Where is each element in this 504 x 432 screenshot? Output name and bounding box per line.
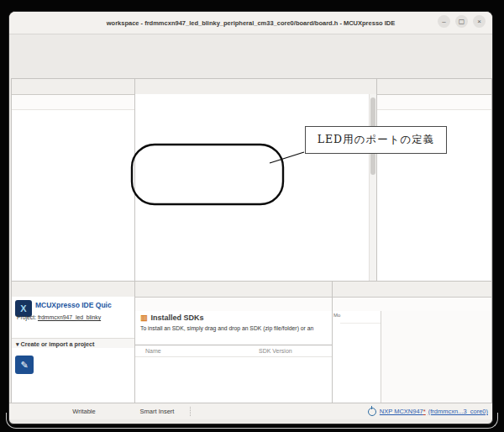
- monitors-label: Mo: [333, 313, 339, 318]
- window-controls: – ▢ ×: [438, 15, 486, 28]
- section-create-import[interactable]: ▾ Create or import a project: [12, 338, 134, 348]
- quickstart-tabs: [12, 282, 134, 298]
- installed-sdks-tabs: [135, 282, 332, 298]
- memory-body: Mo: [333, 311, 491, 403]
- toolbar-row1: [9, 48, 492, 63]
- window-title: workspace - frdmmcxn947_led_blinky_perip…: [107, 19, 395, 27]
- mcuxpresso-window: workspace - frdmmcxn947_led_blinky_perip…: [8, 11, 493, 424]
- editor-tabs: [135, 79, 376, 95]
- status-writable: Writable: [60, 408, 108, 415]
- titlebar[interactable]: workspace - frdmmcxn947_led_blinky_perip…: [9, 12, 492, 34]
- sdk-package-icon: ▥: [140, 313, 148, 322]
- monitors-toolbar: [340, 311, 381, 324]
- installed-sdks-body: ▥ Installed SDKs To install an SDK, simp…: [135, 311, 332, 403]
- outline-tabs: [377, 79, 491, 95]
- quickstart-title: MCUXpresso IDE Quic: [35, 301, 112, 309]
- project-explorer-panel: [11, 78, 135, 282]
- statusbar: Writable Smart Insert NXP MCXN947* (frdm…: [9, 403, 492, 419]
- installed-sdks-panel: ▥ Installed SDKs To install an SDK, simp…: [134, 281, 333, 404]
- screenshot: workspace - frdmmcxn947_led_blinky_perip…: [0, 0, 504, 432]
- installed-sdks-heading: ▥ Installed SDKs: [140, 313, 204, 322]
- sdk-table-header: Name SDK Version: [135, 345, 332, 357]
- close-button[interactable]: ×: [473, 15, 486, 28]
- power-icon: [368, 408, 376, 416]
- target-core-link[interactable]: (frdmmcxn...3_core0): [428, 408, 488, 415]
- annotation-text: LED用のポートの定義: [318, 133, 435, 147]
- code-editor[interactable]: [135, 94, 370, 281]
- editor-scrollbar[interactable]: [369, 94, 376, 281]
- project-name-link[interactable]: frdmmcxn947_led_blinky: [38, 314, 101, 320]
- project-label: Project:: [17, 314, 36, 320]
- status-target[interactable]: NXP MCXN947* (frdmmcxn...3_core0): [368, 408, 492, 416]
- project-tree: [12, 109, 134, 281]
- memory-panel: Mo: [332, 281, 492, 404]
- monitors-pane: Mo: [333, 311, 381, 403]
- target-link[interactable]: NXP MCXN947: [380, 408, 423, 415]
- project-explorer-tabs: [12, 79, 134, 95]
- quickstart-body: X MCUXpresso IDE Quic Project: frdmmcxn9…: [12, 297, 134, 403]
- column-name[interactable]: Name: [135, 348, 259, 354]
- memory-tabs: [333, 282, 491, 298]
- toolbar-row2: [9, 63, 492, 78]
- quickstart-project: Project: frdmmcxn947_led_blinky: [17, 314, 101, 320]
- minimize-button[interactable]: –: [438, 15, 450, 28]
- quickstart-panel: X MCUXpresso IDE Quic Project: frdmmcxn9…: [11, 281, 135, 404]
- maximize-button[interactable]: ▢: [455, 15, 468, 28]
- status-separator: [190, 407, 192, 416]
- sdk-table: Name SDK Version: [135, 345, 332, 403]
- project-explorer-toolbar: [12, 95, 134, 110]
- status-smart-insert: Smart Insert: [129, 408, 186, 415]
- editor-panel: [134, 78, 377, 282]
- annotation-callout: LED用のポートの定義: [305, 126, 447, 154]
- installed-sdks-description: To install an SDK, simply drag and drop …: [140, 325, 313, 331]
- outline-panel: [376, 78, 492, 282]
- wizard-icon: ✎: [15, 356, 34, 374]
- target-dirty-star: *: [423, 408, 426, 415]
- column-sdk-version[interactable]: SDK Version: [259, 348, 292, 354]
